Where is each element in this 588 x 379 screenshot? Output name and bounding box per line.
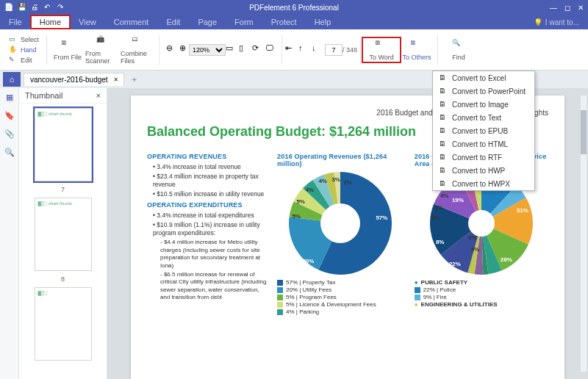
app-title: PDFelement 6 Professional [249, 4, 339, 12]
word-icon: 🗎 [375, 39, 388, 52]
fit-page-icon[interactable]: ▯ [239, 43, 252, 57]
zoom-select[interactable]: 120% [189, 44, 226, 56]
document-tab[interactable]: vancouver-2016-budget × [24, 73, 124, 86]
new-tab-button[interactable]: + [127, 75, 140, 84]
menu-tab-protect[interactable]: Protect [262, 15, 306, 29]
zoom-out-icon[interactable]: ⊖ [162, 43, 176, 57]
doc-icon: 🗎 [439, 153, 448, 162]
chart-label: 5% [431, 214, 440, 221]
convert-option[interactable]: 🗎Convert to HTML [433, 137, 534, 151]
select-tool[interactable]: ▭Select [9, 35, 39, 44]
close-panel-icon[interactable]: × [96, 91, 101, 100]
maximize-button[interactable]: ◻ [564, 4, 570, 12]
stack-icon: 🗂 [132, 35, 145, 48]
menu-tab-comment[interactable]: Comment [105, 15, 158, 29]
fit-width-icon[interactable]: ▭ [226, 43, 239, 57]
thumbnail-number: 7 [61, 186, 65, 193]
convert-option[interactable]: 🗎Convert to EPUB [433, 124, 534, 137]
menu-tab-view[interactable]: View [70, 15, 105, 29]
search-icon: 🔍 [452, 39, 465, 52]
menu-bar: FileHomeViewCommentEditPageFormProtectHe… [0, 15, 588, 29]
menu-tab-home[interactable]: Home [31, 15, 70, 29]
prev-page-icon[interactable]: ↑ [298, 43, 312, 57]
chart-label: 6% [468, 234, 477, 241]
bullet-item: • $23.4 million increase in property tax… [153, 173, 267, 189]
menu-tab-help[interactable]: Help [306, 15, 340, 29]
convert-option[interactable]: 🗎Convert to HWPX [433, 177, 534, 190]
thumbnail-page[interactable]: ▓▒░ [35, 287, 92, 361]
legend-item: 57% | Property Tax [277, 279, 404, 286]
to-others-button[interactable]: 🗎To Others [399, 39, 434, 61]
presentation-icon[interactable]: 🖵 [265, 43, 279, 57]
convert-option[interactable]: 🗎Convert to Excel [433, 71, 534, 84]
thumbnail-panel: Thumbnail× ▓▒░ chart thumb 7 ▓▒░ chart t… [19, 88, 107, 379]
thumbnail-number: 8 [61, 275, 65, 283]
doc-icon: 🗎 [439, 166, 448, 175]
combine-files-button[interactable]: 🗂Combine Files [121, 35, 156, 65]
chart-label: 19% [452, 197, 464, 203]
convert-option[interactable]: 🗎Convert to Text [433, 111, 534, 124]
qat-undo-icon[interactable]: ↶ [44, 3, 53, 12]
export-icon: 🗎 [410, 39, 423, 52]
menu-tab-page[interactable]: Page [189, 15, 226, 29]
minimize-button[interactable]: — [550, 4, 557, 12]
search-panel-icon[interactable]: 🔍 [4, 148, 15, 157]
from-scanner-button[interactable]: 📠From Scanner [85, 35, 121, 65]
doc-icon: 🗎 [439, 140, 448, 148]
doc-icon: 🗎 [439, 113, 448, 122]
page-number-input[interactable] [325, 44, 343, 56]
qat-redo-icon[interactable]: ↷ [57, 3, 66, 12]
chart-label: 4% [440, 192, 449, 199]
section-heading: OPERATING REVENUES [147, 153, 267, 160]
vertical-scrollbar[interactable] [581, 95, 587, 372]
qat-print-icon[interactable]: 🖨 [31, 3, 40, 12]
close-tab-icon[interactable]: × [114, 76, 118, 84]
menu-tab-edit[interactable]: Edit [157, 15, 189, 29]
doc-icon: 🗎 [439, 100, 448, 109]
thumbnail-page[interactable]: ▓▒░ chart thumb [35, 198, 92, 271]
next-page-icon[interactable]: ↓ [312, 43, 325, 57]
zoom-in-icon[interactable]: ⊕ [176, 43, 189, 57]
cursor-icon: ▭ [9, 35, 18, 44]
qat-save-icon[interactable]: 💾 [18, 3, 26, 12]
chart-label: 20% [302, 258, 314, 264]
menu-tab-form[interactable]: Form [226, 15, 262, 29]
page-total: 348 [346, 46, 357, 54]
hand-tool[interactable]: ✋Hand [9, 46, 39, 54]
thumbnail-title: Thumbnail [25, 91, 62, 100]
find-button[interactable]: 🔍Find [441, 39, 476, 61]
rotate-icon[interactable]: ⟳ [252, 43, 265, 57]
hand-icon: ✋ [9, 46, 18, 54]
chart-label: 4% [305, 187, 314, 193]
chart-label: 22% [449, 261, 461, 267]
menu-tab-file[interactable]: File [0, 15, 31, 29]
convert-option[interactable]: 🗎Convert to PowerPoint [433, 84, 534, 98]
bullet-sub-item: - $6.5 million increase for renewal of c… [160, 271, 267, 302]
activity-bar: ▦ 🔖 📎 🔍 [0, 88, 19, 379]
attachment-icon[interactable]: 📎 [4, 129, 15, 139]
file-icon: 🗎 [61, 39, 74, 52]
home-tab-icon[interactable]: ⌂ [3, 72, 21, 87]
from-file-button[interactable]: 🗎From File [50, 39, 85, 61]
bullet-item: • 3.4% increase in total expenditures [153, 212, 267, 220]
thumbnails-icon[interactable]: ▦ [6, 93, 13, 102]
legend-item: 4% | Parking [277, 308, 404, 315]
to-word-button[interactable]: 🗎To Word [364, 39, 399, 61]
edit-tool[interactable]: ✎Edit [9, 56, 39, 65]
house-icon: ⌂ [10, 75, 15, 84]
chart-label: 3% [434, 204, 443, 211]
i-want-to[interactable]: 💡I want to... [534, 18, 588, 26]
thumbnail-page[interactable]: ▓▒░ chart thumb [35, 108, 92, 181]
legend-item: 20% | Utility Fees [277, 286, 404, 293]
first-page-icon[interactable]: ⇤ [285, 43, 298, 57]
convert-option[interactable]: 🗎Convert to HWP [433, 164, 534, 177]
chart-label: 5% [292, 213, 301, 220]
scanner-icon: 📠 [96, 35, 110, 48]
convert-option[interactable]: 🗎Convert to RTF [433, 151, 534, 164]
convert-option[interactable]: 🗎Convert to Image [433, 98, 534, 111]
close-button[interactable]: ✕ [578, 4, 584, 12]
bookmark-icon[interactable]: 🔖 [4, 111, 15, 120]
bullet-item: • $10.9 million (1.1%) increase in utili… [153, 221, 267, 237]
to-others-dropdown: 🗎Convert to Excel🗎Convert to PowerPoint🗎… [432, 71, 535, 191]
bullet-sub-item: - $4.4 million increase for Metro utilit… [160, 239, 267, 270]
